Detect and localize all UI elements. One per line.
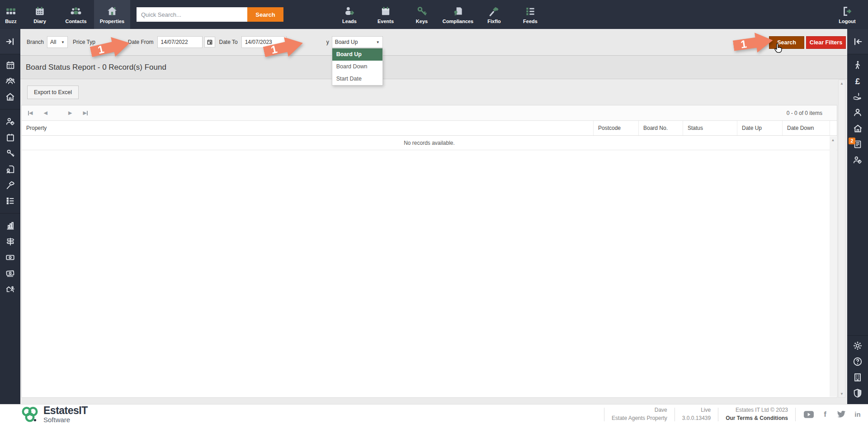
applicant-walker-icon[interactable] bbox=[852, 60, 863, 71]
date-to-label: Date To bbox=[219, 39, 238, 45]
properties-house-icon bbox=[106, 5, 118, 17]
nav-buzz-label: Buzz bbox=[5, 19, 17, 24]
nav-logout[interactable]: Logout bbox=[829, 0, 865, 29]
lettings-banknote-icon[interactable] bbox=[5, 268, 16, 279]
help-icon[interactable] bbox=[852, 356, 863, 367]
properties-home-icon[interactable] bbox=[5, 91, 16, 102]
nav-events-label: Events bbox=[377, 19, 394, 24]
main-content: Branch All▼ Price Typ Date From Date To … bbox=[20, 29, 847, 404]
nav-leads[interactable]: Leads bbox=[331, 0, 368, 29]
settings-gear-icon[interactable] bbox=[852, 340, 863, 351]
scroll-down-icon[interactable]: ▼ bbox=[839, 392, 845, 396]
date-from-input[interactable] bbox=[157, 36, 203, 48]
nav-fixflo[interactable]: Fixflo bbox=[476, 0, 512, 29]
report-toolbar: Export to Excel bbox=[20, 79, 847, 105]
fixflo-hammer-icon bbox=[488, 5, 500, 17]
panel-scrollbar[interactable]: ▲ ▼ bbox=[838, 80, 845, 398]
youtube-icon[interactable] bbox=[804, 410, 814, 419]
footer-version: 3.0.0.13439 bbox=[682, 414, 711, 422]
collapse-panel-button[interactable] bbox=[847, 29, 868, 54]
nav-feeds[interactable]: Feeds bbox=[512, 0, 548, 29]
column-header-date-down[interactable]: Date Down bbox=[782, 121, 830, 135]
clear-filters-button[interactable]: Clear Filters bbox=[806, 36, 846, 49]
dropdown-option-start-date[interactable]: Start Date bbox=[332, 73, 382, 85]
news-documents-icon[interactable]: 2 bbox=[852, 139, 863, 150]
column-header-property[interactable]: Property bbox=[22, 121, 593, 135]
first-page-button[interactable]: ◀ bbox=[28, 110, 33, 116]
pound-icon[interactable]: £ bbox=[852, 76, 863, 86]
reports-chart-icon[interactable] bbox=[5, 220, 16, 231]
nav-fixflo-label: Fixflo bbox=[487, 19, 500, 24]
contacts-group-icon[interactable] bbox=[5, 76, 16, 86]
nav-logout-label: Logout bbox=[839, 19, 855, 24]
expand-panel-button[interactable] bbox=[0, 29, 20, 54]
logout-icon bbox=[841, 5, 853, 17]
brand-name: EstatesIT bbox=[43, 405, 88, 416]
empty-message-row: No records available. bbox=[22, 136, 837, 150]
nav-properties[interactable]: Properties bbox=[94, 0, 130, 29]
previous-page-button[interactable]: ◀ bbox=[43, 110, 47, 116]
company-building-icon[interactable] bbox=[852, 372, 863, 383]
filter-bar: Branch All▼ Price Typ Date From Date To … bbox=[20, 29, 847, 56]
nav-feeds-label: Feeds bbox=[523, 19, 538, 24]
footer-legal-group: Estates IT Ltd © 2023 Our Terms & Condit… bbox=[718, 406, 795, 422]
home-move-icon[interactable] bbox=[5, 284, 16, 295]
last-page-button[interactable]: ▶ bbox=[83, 110, 87, 116]
callout-step-1-date: 1 bbox=[90, 37, 130, 58]
hand-cursor bbox=[773, 43, 784, 57]
export-to-excel-button[interactable]: Export to Excel bbox=[27, 86, 79, 99]
footer-info: Dave Estate Agents Property Live 3.0.0.1… bbox=[604, 406, 863, 422]
facebook-icon[interactable]: f bbox=[820, 410, 830, 419]
nav-diary[interactable]: Diary bbox=[22, 0, 58, 29]
compliances-certificate-icon[interactable] bbox=[5, 164, 16, 175]
quick-search-input[interactable] bbox=[137, 7, 247, 22]
keys-key-icon[interactable] bbox=[5, 148, 16, 159]
next-page-button[interactable]: ▶ bbox=[68, 110, 72, 116]
quick-search-button[interactable]: Search bbox=[247, 7, 283, 22]
left-sidebar bbox=[0, 29, 20, 404]
brand-subtitle: Software bbox=[43, 416, 88, 423]
table-scrollbar[interactable]: ▲ bbox=[830, 136, 836, 397]
privacy-shield-icon[interactable] bbox=[852, 388, 863, 399]
signpost-icon[interactable] bbox=[5, 236, 16, 247]
board-display-dropdown-menu: Board Up Board Down Start Date bbox=[332, 48, 383, 86]
nav-contacts[interactable]: Contacts bbox=[58, 0, 94, 29]
dropdown-option-board-up[interactable]: Board Up bbox=[332, 48, 382, 61]
person-icon[interactable] bbox=[852, 107, 863, 118]
home-icon[interactable] bbox=[852, 123, 863, 134]
footer-user-group: Dave Estate Agents Property bbox=[604, 406, 675, 422]
offer-hand-icon[interactable] bbox=[852, 91, 863, 102]
footer: EstatesIT Software Dave Estate Agents Pr… bbox=[0, 404, 868, 424]
callout-number: 1 bbox=[740, 38, 747, 51]
date-from-calendar-button[interactable] bbox=[204, 37, 215, 48]
column-header-date-up[interactable]: Date Up bbox=[737, 121, 782, 135]
nav-buzz[interactable]: Buzz bbox=[0, 0, 22, 29]
nav-compliances[interactable]: Compliances bbox=[440, 0, 476, 29]
no-records-message: No records available. bbox=[404, 140, 455, 146]
dropdown-option-board-down[interactable]: Board Down bbox=[332, 61, 382, 73]
events-calendar-icon bbox=[380, 5, 392, 17]
nav-keys[interactable]: Keys bbox=[404, 0, 440, 29]
scroll-up-icon[interactable]: ▲ bbox=[839, 81, 845, 86]
caret-down-icon: ▼ bbox=[61, 40, 65, 44]
callout-step-1-display-by: 1 bbox=[264, 37, 303, 58]
diary-calendar-icon[interactable] bbox=[5, 60, 16, 71]
scroll-up-icon[interactable]: ▲ bbox=[830, 138, 836, 142]
column-header-status[interactable]: Status bbox=[683, 121, 737, 135]
feeds-list-icon[interactable] bbox=[5, 195, 16, 206]
column-header-postcode[interactable]: Postcode bbox=[593, 121, 638, 135]
terms-and-conditions-link[interactable]: Our Terms & Conditions bbox=[726, 414, 788, 422]
nav-events[interactable]: Events bbox=[368, 0, 404, 29]
leads-person-tag-icon[interactable] bbox=[5, 116, 16, 127]
events-calendar-icon[interactable] bbox=[5, 132, 16, 143]
column-header-board-no[interactable]: Board No. bbox=[638, 121, 683, 135]
person-tag-icon[interactable] bbox=[852, 155, 863, 166]
twitter-icon[interactable] bbox=[836, 410, 846, 419]
branch-select[interactable]: All▼ bbox=[47, 36, 68, 48]
table-header-row: Property Postcode Board No. Status Date … bbox=[22, 121, 837, 136]
linkedin-icon[interactable]: in bbox=[853, 410, 863, 419]
board-display-select-value: Board Up bbox=[335, 39, 358, 45]
board-display-select[interactable]: Board Up▼ bbox=[332, 36, 383, 48]
sales-banknote-icon[interactable] bbox=[5, 252, 16, 263]
fixflo-hammer-icon[interactable] bbox=[5, 180, 16, 191]
